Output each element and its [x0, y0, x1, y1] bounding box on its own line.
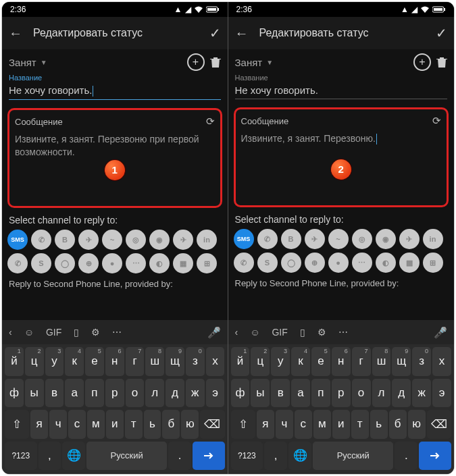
key[interactable]: э: [432, 379, 451, 408]
channel-icon[interactable]: ●: [102, 253, 122, 273]
key[interactable]: б: [162, 410, 180, 439]
key[interactable]: ⌫: [427, 410, 451, 439]
sync-icon[interactable]: ⟳: [206, 115, 215, 128]
key[interactable]: у3: [45, 347, 64, 376]
key[interactable]: д: [166, 379, 184, 408]
key[interactable]: ы: [251, 379, 270, 408]
key[interactable]: е5: [311, 347, 330, 376]
channel-icon[interactable]: S: [257, 253, 278, 273]
channel-icon[interactable]: ✈: [305, 229, 325, 249]
kb-sticker-icon[interactable]: ☺: [24, 327, 34, 338]
key[interactable]: д: [392, 379, 411, 408]
channel-icon[interactable]: ◎: [352, 229, 372, 249]
delete-status-button[interactable]: [210, 56, 221, 68]
key[interactable]: м: [313, 410, 331, 439]
key[interactable]: ш8: [145, 347, 164, 376]
key[interactable]: к4: [65, 347, 84, 376]
channel-sms[interactable]: SMS: [234, 229, 254, 249]
channel-icon[interactable]: B: [281, 229, 301, 249]
back-button[interactable]: ←: [235, 26, 249, 41]
key[interactable]: р: [332, 379, 351, 408]
channel-icon[interactable]: ◐: [149, 253, 170, 273]
key[interactable]: н6: [332, 347, 351, 376]
key[interactable]: ж: [186, 379, 205, 408]
kb-collapse-icon[interactable]: ‹: [235, 327, 238, 338]
channel-icon[interactable]: ⊞: [423, 253, 443, 273]
delete-status-button[interactable]: [436, 56, 447, 68]
key[interactable]: н6: [105, 347, 124, 376]
channel-icon[interactable]: ⊕: [305, 253, 325, 273]
channel-icon[interactable]: ▦: [173, 253, 193, 273]
key[interactable]: 🌐: [62, 442, 85, 471]
channel-icon[interactable]: ✆: [7, 253, 28, 273]
channel-icon[interactable]: ◉: [376, 229, 396, 249]
channel-icon[interactable]: in: [197, 230, 217, 250]
key[interactable]: Русский: [313, 442, 393, 471]
channel-icon[interactable]: ▦: [399, 253, 420, 273]
key[interactable]: ц2: [25, 347, 44, 376]
channel-icon[interactable]: ✆: [31, 230, 51, 250]
key[interactable]: ч: [276, 410, 293, 439]
status-dropdown[interactable]: Занят ▼: [235, 57, 409, 68]
channel-icon[interactable]: ✈: [399, 229, 420, 249]
message-text[interactable]: Извините, я занят. Перезвоню.: [241, 132, 442, 145]
key[interactable]: е5: [85, 347, 104, 376]
key[interactable]: к4: [291, 347, 310, 376]
key[interactable]: х: [206, 347, 225, 376]
channel-sms[interactable]: SMS: [7, 230, 28, 250]
key[interactable]: г7: [126, 347, 145, 376]
key[interactable]: и: [106, 410, 124, 439]
add-status-button[interactable]: +: [413, 53, 431, 71]
kb-settings-icon[interactable]: ⚙: [318, 327, 326, 338]
key[interactable]: с: [295, 410, 312, 439]
key[interactable]: э: [206, 379, 225, 408]
channel-icon[interactable]: ◯: [55, 253, 75, 273]
key[interactable]: я: [257, 410, 274, 439]
key[interactable]: ?123: [231, 442, 263, 471]
channel-icon[interactable]: ◯: [281, 253, 301, 273]
channel-icon[interactable]: ✆: [234, 253, 254, 273]
key[interactable]: Русский: [86, 442, 167, 471]
channel-icon[interactable]: ✈: [173, 230, 193, 250]
key[interactable]: ю: [181, 410, 199, 439]
channel-icon[interactable]: in: [423, 229, 443, 249]
name-input[interactable]: Не хочу говорить.: [9, 84, 221, 100]
key[interactable]: а: [291, 379, 310, 408]
key[interactable]: ю: [408, 410, 426, 439]
kb-clipboard-icon[interactable]: ▯: [74, 327, 79, 338]
kb-clipboard-icon[interactable]: ▯: [300, 327, 305, 338]
sync-icon[interactable]: ⟳: [432, 115, 441, 127]
status-dropdown[interactable]: Занят ▼: [9, 57, 182, 68]
key[interactable]: ч: [49, 410, 67, 439]
kb-collapse-icon[interactable]: ‹: [9, 327, 12, 338]
key[interactable]: .: [395, 442, 417, 471]
channel-icon[interactable]: ⊞: [197, 253, 217, 273]
key[interactable]: ,: [264, 442, 287, 471]
kb-gif-button[interactable]: GIF: [46, 327, 61, 338]
key[interactable]: х: [432, 347, 451, 376]
confirm-button[interactable]: ✓: [209, 25, 221, 41]
channel-icon[interactable]: ⋯: [352, 253, 372, 273]
channel-icon[interactable]: ⊕: [78, 253, 99, 273]
key[interactable]: ⇧: [231, 410, 255, 439]
kb-more-icon[interactable]: ⋯: [338, 327, 348, 338]
key[interactable]: о: [352, 379, 371, 408]
confirm-button[interactable]: ✓: [436, 25, 447, 41]
key[interactable]: л: [372, 379, 391, 408]
channel-icon[interactable]: ⋯: [126, 253, 146, 273]
key[interactable]: а: [65, 379, 84, 408]
channel-icon[interactable]: ◎: [126, 230, 146, 250]
key[interactable]: т: [125, 410, 143, 439]
key[interactable]: з0: [412, 347, 431, 376]
key[interactable]: .: [168, 442, 191, 471]
channel-icon[interactable]: B: [55, 230, 75, 250]
kb-mic-icon[interactable]: 🎤: [434, 326, 447, 339]
channel-icon[interactable]: S: [31, 253, 51, 273]
key[interactable]: ж: [412, 379, 431, 408]
key[interactable]: т: [351, 410, 369, 439]
key[interactable]: и: [332, 410, 350, 439]
kb-settings-icon[interactable]: ⚙: [91, 327, 100, 338]
kb-gif-button[interactable]: GIF: [272, 327, 287, 338]
kb-sticker-icon[interactable]: ☺: [250, 327, 259, 338]
key[interactable]: щ9: [166, 347, 184, 376]
